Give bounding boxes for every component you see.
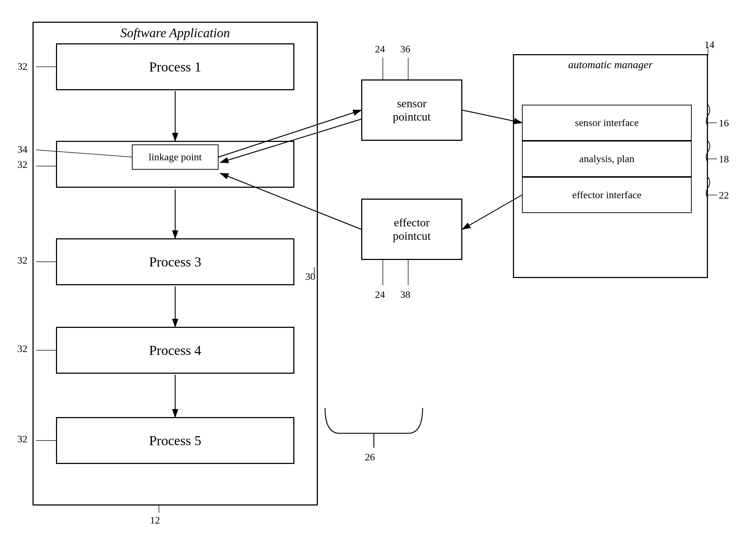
sensor-pointcut-box: sensor pointcut — [361, 79, 462, 141]
analysis-plan-box: analysis, plan — [522, 141, 692, 177]
ref-32-process5: 32 — [17, 433, 27, 445]
linkage-point-box: linkage point — [132, 144, 219, 170]
process5-box: Process 5 — [56, 417, 294, 464]
ref-38: 38 — [400, 289, 410, 300]
analysis-plan-label: analysis, plan — [579, 153, 634, 165]
software-application-title: Software Application — [33, 22, 318, 40]
ref-32-process1: 32 — [17, 61, 27, 72]
ref-32-process2: 32 — [17, 159, 27, 170]
process3-label: Process 3 — [149, 254, 202, 270]
ref-26: 26 — [365, 451, 375, 463]
ref-34: 34 — [17, 144, 27, 155]
ref-12: 12 — [150, 515, 160, 526]
ref-14: 14 — [704, 39, 714, 51]
process5-label: Process 5 — [149, 433, 202, 448]
effector-pointcut-box: effector pointcut — [361, 199, 462, 260]
ref-24-top: 24 — [375, 43, 385, 55]
ref-22: 22 — [719, 190, 729, 201]
process4-label: Process 4 — [149, 342, 202, 358]
ref-24-bottom: 24 — [375, 289, 385, 300]
ref-18: 18 — [719, 153, 729, 165]
ref-30: 30 — [305, 271, 315, 282]
sensor-interface-box: sensor interface — [522, 105, 692, 141]
ref-32-process4: 32 — [17, 343, 27, 355]
effector-interface-label: effector interface — [572, 189, 641, 201]
ref-16: 16 — [719, 117, 729, 129]
linkage-point-label: linkage point — [149, 151, 202, 163]
sensor-interface-label: sensor interface — [575, 117, 639, 129]
process1-label: Process 1 — [149, 59, 202, 75]
sensor-pointcut-label: sensor pointcut — [393, 97, 431, 123]
process4-box: Process 4 — [56, 327, 294, 374]
diagram: Software Application Process 1 Process 2… — [0, 0, 756, 551]
auto-manager-title: automatic manager — [513, 54, 708, 71]
process1-box: Process 1 — [56, 43, 294, 90]
ref-32-process3: 32 — [17, 255, 27, 266]
ref-36: 36 — [400, 43, 410, 55]
effector-interface-box: effector interface — [522, 177, 692, 213]
effector-pointcut-label: effector pointcut — [393, 216, 431, 243]
process3-box: Process 3 — [56, 238, 294, 285]
